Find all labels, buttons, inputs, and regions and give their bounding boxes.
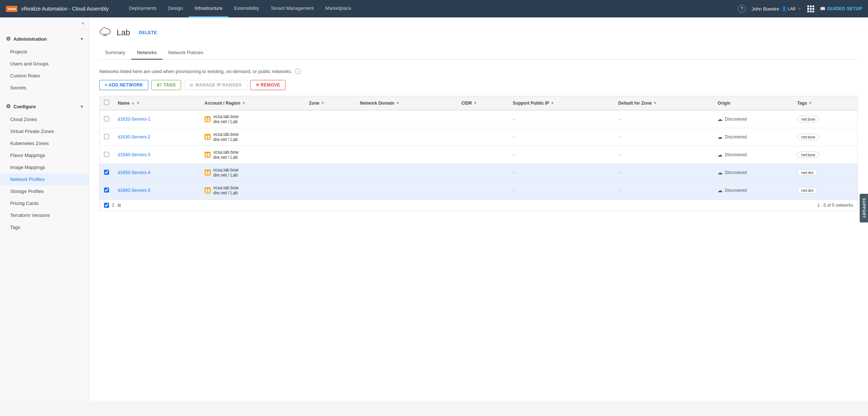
networks-toolbar: + ADD NETWORK 🏷 TAGS ⊙ MANAGE IP RANGES …: [99, 80, 858, 90]
guided-setup-link[interactable]: 📖 GUIDED SETUP: [820, 6, 862, 11]
tags-button[interactable]: 🏷 TAGS: [151, 80, 181, 90]
vcenter-icon: [204, 187, 211, 194]
network-domain-filter-icon[interactable]: ▼: [396, 101, 399, 105]
nav-marketplace[interactable]: Marketplace: [320, 0, 357, 17]
row3-zone: [305, 146, 356, 164]
row3-tag-badge: net:bow: [797, 152, 819, 158]
row2-name[interactable]: d1630-Servers-2: [113, 128, 200, 146]
sidebar-section-configure-header[interactable]: ⚙ Configure ▾: [0, 100, 89, 113]
col-tags: Tags ▼: [793, 96, 857, 110]
row4-name[interactable]: d1650-Servers-4: [113, 164, 200, 182]
row5-checkbox[interactable]: [104, 187, 109, 193]
add-network-button[interactable]: + ADD NETWORK: [99, 80, 148, 90]
info-text-content: Networks listed here are used when provi…: [99, 69, 292, 74]
sidebar-item-projects[interactable]: Projects: [0, 46, 89, 58]
row4-tags: net:dre: [793, 164, 857, 182]
col-default-for-zone: Default for Zone ▼: [614, 96, 713, 110]
user-menu[interactable]: John Bowdre 👤 LAB ▼: [752, 6, 802, 12]
delete-button[interactable]: DELETE: [136, 29, 160, 37]
sidebar-item-flavor-mappings[interactable]: Flavor Mappings: [0, 149, 89, 161]
row1-checkbox[interactable]: [104, 116, 109, 121]
row3-checkbox[interactable]: [104, 152, 109, 157]
sidebar: « ⚙ Administration ▾ Projects Users and …: [0, 17, 89, 401]
sidebar-item-pricing-cards[interactable]: Pricing Cards: [0, 197, 89, 209]
row5-origin: ☁ Discovered: [713, 182, 793, 199]
select-all-header: [100, 96, 113, 110]
manage-ip-icon: ⊙: [189, 82, 193, 88]
sidebar-item-kubernetes-zones[interactable]: Kubernetes Zones: [0, 137, 89, 149]
manage-ip-ranges-button[interactable]: ⊙ MANAGE IP RANGES: [184, 80, 247, 90]
tab-network-policies[interactable]: Network Policies: [163, 46, 209, 60]
main-content: Lab DELETE Summary Networks Network Poli…: [89, 17, 868, 401]
apps-grid-icon[interactable]: [807, 5, 814, 12]
sidebar-item-virtual-private-zones[interactable]: Virtual Private Zones: [0, 125, 89, 137]
row1-tags: net:bow: [793, 110, 857, 128]
account-filter-icon[interactable]: ▼: [242, 101, 245, 105]
main-layout: « ⚙ Administration ▾ Projects Users and …: [0, 17, 868, 401]
cloud-icon: [99, 26, 111, 39]
svg-rect-13: [205, 153, 207, 155]
tab-summary[interactable]: Summary: [99, 46, 131, 60]
vcenter-icon: [204, 152, 211, 158]
help-icon[interactable]: ?: [738, 5, 746, 13]
row5-name[interactable]: d1660-Servers-5: [113, 182, 200, 199]
support-public-filter-icon[interactable]: ▼: [551, 101, 554, 105]
configure-gear-icon: ⚙: [6, 103, 11, 110]
sidebar-item-image-mappings[interactable]: Image Mappings: [0, 161, 89, 173]
col-origin: Origin: [713, 96, 793, 110]
row2-origin: ☁ Discovered: [713, 128, 793, 146]
table-row: d1660-Servers-5: [100, 182, 857, 199]
row3-name[interactable]: d1640-Servers-3: [113, 146, 200, 164]
nav-tenant-management[interactable]: Tenant Management: [265, 0, 320, 17]
sidebar-section-administration-header[interactable]: ⚙ Administration ▾: [0, 32, 89, 46]
row1-cidr: [457, 110, 508, 128]
cloud-origin-icon: ☁: [717, 187, 723, 193]
column-toggle-button[interactable]: ⊞: [117, 203, 121, 208]
row3-origin: ☁ Discovered: [713, 146, 793, 164]
row5-account: vcsa.lab.bowdre.net / Lab: [200, 182, 304, 199]
name-filter-icon[interactable]: ▼: [136, 101, 140, 105]
zone-filter-icon[interactable]: ▼: [321, 101, 324, 105]
vcenter-icon: [204, 116, 211, 122]
sidebar-item-custom-roles[interactable]: Custom Roles: [0, 70, 89, 82]
sidebar-collapse-button[interactable]: «: [0, 17, 89, 29]
row2-default-zone: --: [614, 128, 713, 146]
user-chevron-icon: ▼: [798, 7, 802, 11]
sidebar-item-cloud-zones[interactable]: Cloud Zones: [0, 113, 89, 125]
nav-infrastructure[interactable]: Infrastructure: [189, 0, 228, 17]
page-header: Lab DELETE: [99, 26, 858, 39]
cidr-filter-icon[interactable]: ▼: [473, 101, 477, 105]
footer-left: 2 ⊞: [104, 203, 121, 208]
nav-design[interactable]: Design: [163, 0, 189, 17]
support-tab[interactable]: SUPPORT: [860, 194, 868, 222]
row5-support-public: --: [508, 182, 614, 199]
select-all-checkbox[interactable]: [104, 100, 109, 105]
row1-name[interactable]: d1620-Servers-1: [113, 110, 200, 128]
tags-label: TAGS: [163, 82, 176, 88]
sidebar-item-network-profiles[interactable]: Network Profiles: [0, 173, 89, 185]
svg-rect-19: [208, 171, 210, 173]
row2-support-public: --: [508, 128, 614, 146]
sidebar-item-terraform-versions[interactable]: Terraform Versions: [0, 209, 89, 221]
tags-filter-icon[interactable]: ▼: [808, 101, 812, 105]
row2-checkbox[interactable]: [104, 134, 109, 139]
remove-button[interactable]: ✕ REMOVE: [250, 80, 286, 90]
nav-extensibility[interactable]: Extensibility: [228, 0, 265, 17]
row2-cidr: [457, 128, 508, 146]
administration-label: Administration: [13, 36, 78, 42]
sidebar-item-tags[interactable]: Tags: [0, 221, 89, 233]
row4-support-public: --: [508, 164, 614, 182]
user-name: John Bowdre: [752, 6, 779, 12]
name-sort-asc-icon[interactable]: ▲: [131, 101, 135, 105]
networks-table: Name ▲ ▼ Account / Region ▼: [99, 96, 858, 211]
sidebar-item-storage-profiles[interactable]: Storage Profiles: [0, 185, 89, 197]
default-zone-filter-icon[interactable]: ▼: [653, 101, 657, 105]
row1-default-zone: --: [614, 110, 713, 128]
sidebar-item-users-and-groups[interactable]: Users and Groups: [0, 58, 89, 70]
sidebar-item-secrets[interactable]: Secrets: [0, 82, 89, 94]
row4-checkbox[interactable]: [104, 170, 109, 175]
nav-deployments[interactable]: Deployments: [123, 0, 163, 17]
tab-networks[interactable]: Networks: [131, 46, 163, 60]
footer-checkbox[interactable]: [104, 203, 109, 208]
svg-rect-18: [205, 171, 207, 173]
